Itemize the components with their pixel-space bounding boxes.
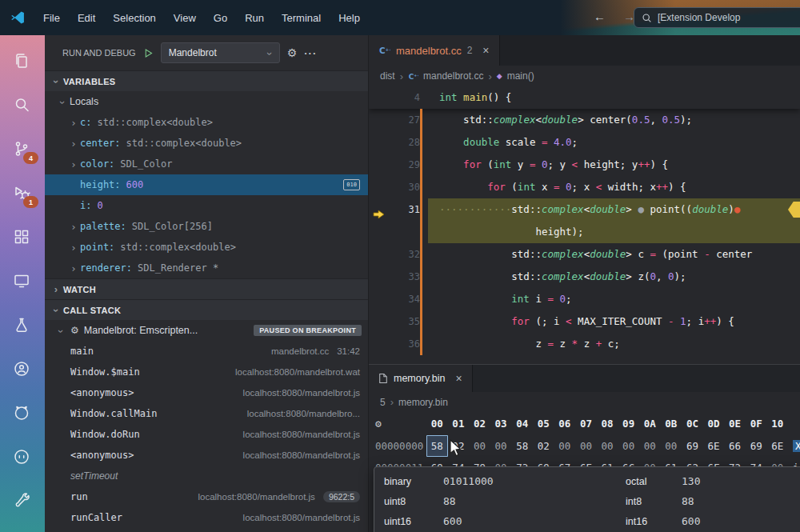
- menu-help[interactable]: Help: [330, 9, 368, 27]
- hex-byte[interactable]: 02: [533, 435, 554, 457]
- hex-byte[interactable]: 00: [639, 435, 661, 457]
- close-icon[interactable]: ×: [455, 372, 462, 385]
- activity-source-control-icon[interactable]: 4: [12, 139, 33, 160]
- hex-byte[interactable]: 00: [469, 435, 490, 457]
- hex-row[interactable]: 00000000580200005802000000000000696E6669…: [375, 435, 800, 457]
- variable-row-height[interactable]: height:600010: [45, 174, 368, 195]
- scope-locals[interactable]: › Locals: [45, 91, 368, 112]
- variable-row-center[interactable]: ›center:std::complex<double>: [45, 133, 368, 154]
- memory-file-label[interactable]: memory.bin: [398, 397, 448, 408]
- line-number[interactable]: 34: [369, 288, 428, 310]
- breadcrumb-dist[interactable]: dist: [380, 70, 395, 82]
- menu-selection[interactable]: Selection: [105, 9, 163, 27]
- code-line[interactable]: 27 std::complex<double> center(0.5, 0.5)…: [369, 109, 800, 131]
- variable-row-palette[interactable]: ›palette:SDL_Color[256]: [45, 216, 368, 237]
- code-line[interactable]: 35 for (; i < MAX_ITER_COUNT - 1; i++) {: [369, 310, 800, 333]
- hex-byte[interactable]: 00: [661, 435, 682, 457]
- memory-reference-id[interactable]: 5: [380, 397, 386, 408]
- activity-run-debug-icon[interactable]: 1: [12, 183, 33, 204]
- watch-section-header[interactable]: › WATCH: [45, 278, 368, 299]
- activity-copilot-icon[interactable]: [12, 447, 33, 468]
- line-number[interactable]: 31: [369, 198, 428, 221]
- stack-frame-row[interactable]: setTimeout: [45, 466, 368, 486]
- variable-row-point[interactable]: ›point:std::complex<double>: [45, 237, 368, 258]
- line-number[interactable]: 29: [369, 154, 428, 176]
- binary-view-icon[interactable]: 010: [343, 179, 360, 190]
- variable-row-c[interactable]: ›c:std::complex<double>: [45, 112, 368, 133]
- back-icon[interactable]: ←: [594, 9, 606, 25]
- stack-frame-row[interactable]: Window.callMainlocalhost:8080/mandelbro.…: [45, 403, 368, 424]
- hex-byte[interactable]: 69: [746, 435, 767, 457]
- callstack-section-header[interactable]: › CALL STACK: [45, 299, 368, 320]
- debug-session-row[interactable]: › ⚙ Mandelbrot: Emscripten... PAUSED ON …: [45, 320, 368, 341]
- code-line[interactable]: 30 for (int x = 0; x < width; x++) {: [369, 176, 800, 198]
- tab-mandelbrot-cc[interactable]: C++ mandelbrot.cc 2 ×: [369, 35, 500, 66]
- stack-frame-row[interactable]: <anonymous>localhost:8080/mandelbrot.js: [45, 445, 368, 466]
- hex-byte[interactable]: 00: [597, 435, 618, 457]
- menu-terminal[interactable]: Terminal: [274, 9, 329, 27]
- hex-byte[interactable]: 58: [426, 435, 448, 457]
- line-number[interactable]: 30: [369, 176, 428, 198]
- tab-memory-bin[interactable]: memory.bin ×: [369, 365, 473, 392]
- launch-config-select[interactable]: Mandelbrot ›: [161, 42, 280, 63]
- hex-byte[interactable]: 02: [448, 435, 470, 457]
- hex-byte[interactable]: 6E: [703, 435, 725, 457]
- more-actions-icon[interactable]: ···: [304, 47, 317, 59]
- code-line[interactable]: 33 std::complex<double> z(0, 0);: [369, 266, 800, 288]
- code-line[interactable]: 32 std::complex<double> c = (point - cen…: [369, 243, 800, 266]
- menu-edit[interactable]: Edit: [70, 9, 103, 27]
- variable-row-color[interactable]: ›color:SDL_Color: [45, 154, 368, 174]
- line-number[interactable]: 4: [369, 86, 428, 109]
- variable-row-renderer[interactable]: ›renderer:SDL_Renderer *: [45, 258, 368, 278]
- hex-byte[interactable]: 66: [724, 435, 746, 457]
- code-line[interactable]: height);: [369, 221, 800, 243]
- stack-frame-row[interactable]: Window.doRunlocalhost:8080/mandelbrot.js: [45, 424, 368, 445]
- hex-byte[interactable]: 69: [682, 435, 703, 457]
- line-number[interactable]: 33: [369, 266, 428, 288]
- code-line[interactable]: 34 int i = 0;: [369, 288, 800, 310]
- activity-extensions-icon[interactable]: [12, 227, 33, 248]
- hex-byte[interactable]: 6E: [767, 435, 789, 457]
- activity-search-icon[interactable]: [12, 95, 33, 116]
- hex-byte[interactable]: 00: [554, 435, 576, 457]
- menu-file[interactable]: File: [35, 9, 68, 27]
- start-debugging-button[interactable]: [143, 48, 154, 58]
- activity-tools-icon[interactable]: [12, 491, 33, 512]
- code-line[interactable]: 31············std::complex<double> ● poi…: [369, 198, 800, 221]
- breadcrumb-symbol[interactable]: main(): [507, 70, 534, 82]
- menu-view[interactable]: View: [166, 9, 204, 27]
- activity-github-icon[interactable]: [12, 403, 33, 424]
- sticky-scroll-line[interactable]: 4int main() {: [369, 86, 800, 109]
- command-center-search[interactable]: [Extension Develop: [634, 7, 800, 28]
- hex-byte[interactable]: 00: [575, 435, 597, 457]
- activity-live-share-icon[interactable]: [12, 359, 33, 380]
- line-number[interactable]: 27: [369, 109, 428, 131]
- hex-byte[interactable]: 58: [511, 435, 533, 457]
- menu-go[interactable]: Go: [206, 9, 235, 27]
- stack-frame-row[interactable]: mainmandelbrot.cc31:42: [45, 341, 368, 362]
- stack-frame-row[interactable]: runCallerlocalhost:8080/mandelbrot.js: [45, 507, 368, 528]
- stack-frame-row[interactable]: runlocalhost:8080/mandelbrot.js9622:5: [45, 486, 368, 507]
- code-line[interactable]: 28 double scale = 4.0;: [369, 131, 800, 154]
- line-number[interactable]: 32: [369, 243, 428, 266]
- code-editor[interactable]: 4int main() { 27 std::complex<double> ce…: [369, 86, 800, 364]
- activity-testing-icon[interactable]: [12, 315, 33, 336]
- code-line[interactable]: 36 z = z * z + c;: [369, 333, 800, 355]
- breadcrumb-file[interactable]: mandelbrot.cc: [423, 70, 483, 82]
- code-line[interactable]: 29 for (int y = 0; y < height; y++) {: [369, 154, 800, 176]
- variables-section-header[interactable]: › VARIABLES: [45, 70, 368, 91]
- hex-byte[interactable]: 00: [490, 435, 512, 457]
- code-line[interactable]: 4int main() {: [369, 86, 800, 109]
- stack-frame-row[interactable]: Window.$mainlocalhost:8080/mandelbrot.wa…: [45, 362, 368, 382]
- activity-remote-explorer-icon[interactable]: [12, 271, 33, 292]
- close-icon[interactable]: ×: [482, 44, 489, 57]
- stack-frame-row[interactable]: <anonymous>localhost:8080/mandelbrot.js: [45, 382, 368, 403]
- gear-icon[interactable]: ⚙: [287, 46, 298, 59]
- line-number[interactable]: 35: [369, 310, 428, 333]
- menu-run[interactable]: Run: [237, 9, 272, 27]
- gear-icon[interactable]: ⚙: [375, 412, 382, 435]
- variable-row-i[interactable]: i:0: [45, 195, 368, 216]
- line-number[interactable]: 28: [369, 131, 428, 154]
- activity-explorer-icon[interactable]: [12, 51, 33, 72]
- line-number[interactable]: [369, 221, 428, 243]
